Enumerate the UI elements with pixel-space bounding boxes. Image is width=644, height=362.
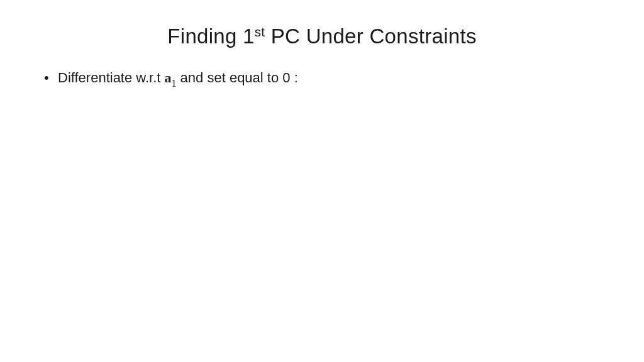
title-prefix: Finding 1 (167, 25, 254, 48)
math-variable: a (165, 70, 172, 85)
bullet-text-after: and set equal to 0 : (177, 70, 298, 85)
title-suffix: PC Under Constraints (265, 25, 476, 48)
title-superscript: st (255, 25, 265, 39)
math-subscript: 1 (172, 78, 177, 89)
bullet-item: Differentiate w.r.t a1 and set equal to … (44, 69, 600, 90)
slide-title: Finding 1st PC Under Constraints (44, 24, 600, 48)
bullet-list: Differentiate w.r.t a1 and set equal to … (44, 69, 600, 90)
slide-container: Finding 1st PC Under Constraints Differe… (0, 0, 644, 362)
bullet-text-before: Differentiate w.r.t (58, 70, 165, 85)
